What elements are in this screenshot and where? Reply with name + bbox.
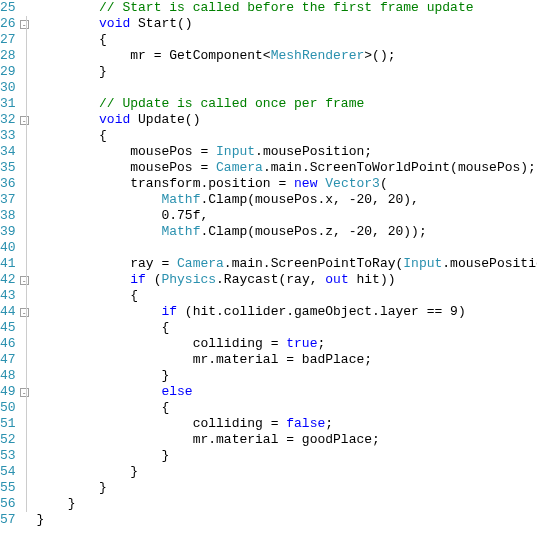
fold-cell	[20, 32, 29, 48]
fold-cell: -	[20, 112, 29, 128]
code-line[interactable]: }	[37, 480, 537, 496]
line-number: 44	[0, 304, 16, 320]
line-number: 42	[0, 272, 16, 288]
fold-cell	[20, 464, 29, 480]
fold-cell	[20, 48, 29, 64]
line-number: 26	[0, 16, 16, 32]
line-number: 41	[0, 256, 16, 272]
code-line[interactable]: colliding = false;	[37, 416, 537, 432]
fold-cell	[20, 192, 29, 208]
line-number: 30	[0, 80, 16, 96]
line-number: 43	[0, 288, 16, 304]
fold-cell: -	[20, 384, 29, 400]
fold-toggle-icon[interactable]: -	[20, 116, 29, 125]
line-number: 55	[0, 480, 16, 496]
line-number: 35	[0, 160, 16, 176]
fold-cell	[20, 336, 29, 352]
code-line[interactable]: mr.material = badPlace;	[37, 352, 537, 368]
line-number: 27	[0, 32, 16, 48]
code-line[interactable]	[37, 80, 537, 96]
code-area[interactable]: // Start is called before the first fram…	[29, 0, 537, 539]
fold-cell	[20, 128, 29, 144]
code-line[interactable]: }	[37, 512, 537, 528]
fold-cell: -	[20, 304, 29, 320]
line-number: 31	[0, 96, 16, 112]
code-line[interactable]: }	[37, 496, 537, 512]
code-line[interactable]: void Update()	[37, 112, 537, 128]
line-number: 51	[0, 416, 16, 432]
fold-cell	[20, 96, 29, 112]
line-number: 32	[0, 112, 16, 128]
code-line[interactable]: {	[37, 320, 537, 336]
fold-cell	[20, 240, 29, 256]
fold-cell	[20, 320, 29, 336]
code-line[interactable]: if (Physics.Raycast(ray, out hit))	[37, 272, 537, 288]
code-line[interactable]: }	[37, 448, 537, 464]
code-line[interactable]: mr = GetComponent<MeshRenderer>();	[37, 48, 537, 64]
fold-cell	[20, 480, 29, 496]
code-line[interactable]: }	[37, 368, 537, 384]
line-number: 48	[0, 368, 16, 384]
line-number: 34	[0, 144, 16, 160]
code-line[interactable]: mousePos = Input.mousePosition;	[37, 144, 537, 160]
line-number: 52	[0, 432, 16, 448]
fold-cell	[20, 368, 29, 384]
fold-cell	[20, 288, 29, 304]
fold-toggle-icon[interactable]: -	[20, 20, 29, 29]
code-line[interactable]: ray = Camera.main.ScreenPointToRay(Input…	[37, 256, 537, 272]
code-line[interactable]: mousePos = Camera.main.ScreenToWorldPoin…	[37, 160, 537, 176]
line-number: 36	[0, 176, 16, 192]
fold-cell	[20, 512, 29, 528]
code-line[interactable]: {	[37, 288, 537, 304]
code-line[interactable]: colliding = true;	[37, 336, 537, 352]
line-number: 45	[0, 320, 16, 336]
fold-toggle-icon[interactable]: -	[20, 276, 29, 285]
fold-cell	[20, 432, 29, 448]
line-number: 39	[0, 224, 16, 240]
code-line[interactable]: {	[37, 128, 537, 144]
code-line[interactable]: Mathf.Clamp(mousePos.x, -20, 20),	[37, 192, 537, 208]
line-number: 28	[0, 48, 16, 64]
fold-cell	[20, 448, 29, 464]
fold-toggle-icon[interactable]: -	[20, 388, 29, 397]
fold-cell	[20, 144, 29, 160]
fold-cell: -	[20, 16, 29, 32]
line-number: 25	[0, 0, 16, 16]
code-line[interactable]: mr.material = goodPlace;	[37, 432, 537, 448]
code-line[interactable]: {	[37, 400, 537, 416]
code-line[interactable]: else	[37, 384, 537, 400]
code-line[interactable]: // Update is called once per frame	[37, 96, 537, 112]
fold-cell	[20, 400, 29, 416]
code-line[interactable]: if (hit.collider.gameObject.layer == 9)	[37, 304, 537, 320]
fold-cell	[20, 496, 29, 512]
line-number: 40	[0, 240, 16, 256]
line-number: 47	[0, 352, 16, 368]
fold-cell	[20, 176, 29, 192]
code-line[interactable]: transform.position = new Vector3(	[37, 176, 537, 192]
line-number: 54	[0, 464, 16, 480]
fold-toggle-icon[interactable]: -	[20, 308, 29, 317]
code-line[interactable]: 0.75f,	[37, 208, 537, 224]
code-line[interactable]: void Start()	[37, 16, 537, 32]
code-line[interactable]	[37, 240, 537, 256]
code-line[interactable]: {	[37, 32, 537, 48]
line-number: 57	[0, 512, 16, 528]
fold-cell	[20, 416, 29, 432]
line-number-gutter: 2526272829303132333435363738394041424344…	[0, 0, 20, 539]
line-number: 33	[0, 128, 16, 144]
line-number: 29	[0, 64, 16, 80]
line-number: 50	[0, 400, 16, 416]
code-line[interactable]: // Start is called before the first fram…	[37, 0, 537, 16]
line-number: 49	[0, 384, 16, 400]
fold-cell	[20, 80, 29, 96]
code-line[interactable]: Mathf.Clamp(mousePos.z, -20, 20));	[37, 224, 537, 240]
fold-cell	[20, 256, 29, 272]
line-number: 38	[0, 208, 16, 224]
fold-cell	[20, 208, 29, 224]
code-line[interactable]: }	[37, 64, 537, 80]
line-number: 46	[0, 336, 16, 352]
fold-gutter: -----	[20, 0, 29, 539]
code-line[interactable]: }	[37, 464, 537, 480]
fold-cell: -	[20, 272, 29, 288]
line-number: 53	[0, 448, 16, 464]
